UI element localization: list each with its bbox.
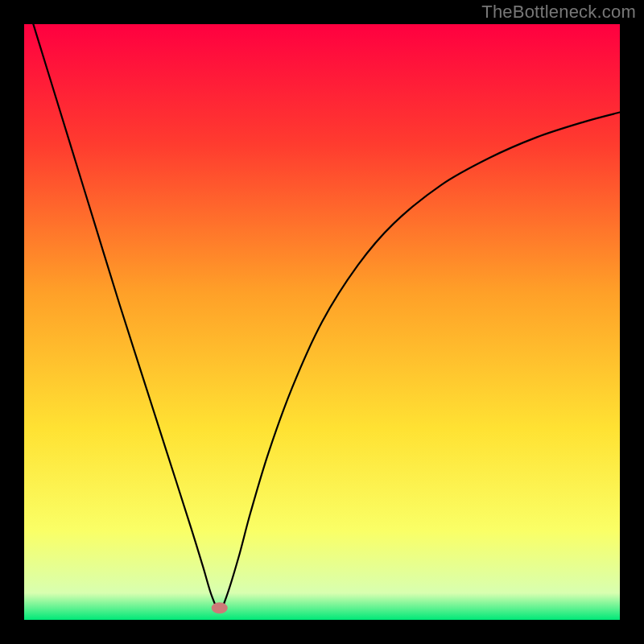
bottleneck-chart — [0, 0, 644, 644]
chart-frame: TheBottleneck.com — [0, 0, 644, 644]
watermark-text: TheBottleneck.com — [481, 2, 636, 23]
minimum-marker — [212, 602, 228, 613]
